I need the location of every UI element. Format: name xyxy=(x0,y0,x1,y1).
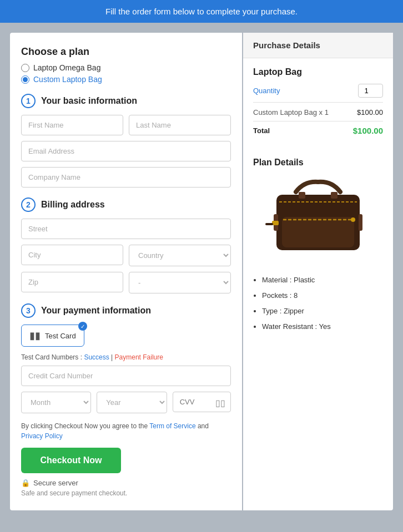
privacy-link[interactable]: Privacy Policy xyxy=(21,432,63,440)
terms-text: By clicking Checkout Now you agree to th… xyxy=(21,421,231,441)
company-input[interactable] xyxy=(21,167,231,188)
svg-rect-6 xyxy=(331,192,337,199)
country-select[interactable]: Country United States United Kingdom Can… xyxy=(129,245,231,266)
month-field[interactable]: Month 010203 040506 070809 101112 xyxy=(21,392,91,413)
cvv-card-icon: ▯▯ xyxy=(215,397,225,408)
country-field[interactable]: Country United States United Kingdom Can… xyxy=(129,245,231,266)
test-card-info: Test Card Numbers : Success | Payment Fa… xyxy=(21,353,231,361)
top-banner: Fill the order form below to complete yo… xyxy=(0,0,403,23)
cvv-field[interactable]: ▯▯ xyxy=(173,392,231,413)
svg-rect-1 xyxy=(282,217,354,247)
bag-image-wrapper xyxy=(253,175,383,264)
svg-rect-5 xyxy=(299,192,305,199)
test-card-option[interactable]: ▮▮ Test Card ✓ xyxy=(21,325,84,347)
divider-1 xyxy=(253,102,383,103)
choose-plan-title: Choose a plan xyxy=(21,46,231,58)
section1-title: Your basic information xyxy=(41,96,137,106)
card-check-badge: ✓ xyxy=(78,322,87,331)
svg-point-3 xyxy=(351,217,355,222)
svg-rect-10 xyxy=(265,223,273,225)
secure-server-label: Secure server xyxy=(33,479,78,487)
plan-features: Material : Plastic Pockets : 8 Type : Zi… xyxy=(253,273,383,334)
banner-text: Fill the order form below to complete yo… xyxy=(105,7,298,16)
test-card-prefix: Test Card Numbers : xyxy=(21,353,84,361)
first-name-input[interactable] xyxy=(21,115,123,135)
state-field[interactable]: - AL CA NY TX xyxy=(129,272,231,293)
company-field[interactable] xyxy=(21,167,231,188)
product-name: Laptop Bag xyxy=(253,67,383,77)
purchase-details-body: Laptop Bag Quantity Custom Laptop Bag x … xyxy=(243,58,393,149)
credit-card-icon: ▮▮ xyxy=(29,330,41,342)
zip-field[interactable] xyxy=(21,272,123,293)
state-select[interactable]: - AL CA NY TX xyxy=(129,272,231,293)
purchase-details-header: Purchase Details xyxy=(243,33,393,58)
city-input[interactable] xyxy=(21,245,123,265)
plan-option-2[interactable]: Custom Laptop Bag xyxy=(21,75,231,84)
section2-header: 2 Billing address xyxy=(21,197,231,212)
checkout-button[interactable]: Checkout Now xyxy=(21,448,121,473)
left-panel: Choose a plan Laptop Omega Bag Custom La… xyxy=(10,33,242,510)
right-panel: Purchase Details Laptop Bag Quantity Cus… xyxy=(243,33,393,510)
lock-icon: 🔒 xyxy=(21,479,30,487)
email-field[interactable] xyxy=(21,141,231,161)
success-link[interactable]: Success xyxy=(84,353,109,361)
total-price: $100.00 xyxy=(353,126,383,135)
secure-info: 🔒 Secure server Safe and secure payment … xyxy=(21,479,231,497)
terms-middle: and xyxy=(198,422,209,430)
failure-link[interactable]: Payment Failure xyxy=(115,353,163,361)
plan-details-section: Plan Details xyxy=(243,149,393,334)
card-option-label: Test Card xyxy=(45,332,76,340)
cc-number-input[interactable] xyxy=(21,366,231,386)
street-input[interactable] xyxy=(21,219,231,239)
safe-text: Safe and secure payment checkout. xyxy=(21,489,231,497)
terms-prefix: By clicking Checkout Now you agree to th… xyxy=(21,422,149,430)
total-label: Total xyxy=(253,126,270,135)
city-field[interactable] xyxy=(21,245,123,266)
year-select[interactable]: Year 202420252026 202720282029 xyxy=(97,392,167,413)
plan-label-1: Laptop Omega Bag xyxy=(33,63,100,72)
last-name-field[interactable] xyxy=(129,115,231,135)
bag-image xyxy=(265,175,371,264)
checkout-label: Checkout Now xyxy=(40,455,102,465)
quantity-row: Quantity xyxy=(253,84,383,98)
plan-label-2: Custom Laptop Bag xyxy=(33,75,102,84)
plan-radio-1[interactable] xyxy=(21,64,29,72)
section1-number: 1 xyxy=(21,94,36,108)
svg-rect-8 xyxy=(359,214,362,231)
feature-2: Pockets : 8 xyxy=(262,288,383,303)
quantity-label: Quantity xyxy=(253,87,280,95)
feature-4: Water Resistant : Yes xyxy=(262,320,383,334)
quantity-input[interactable] xyxy=(358,84,383,98)
plan-option-1[interactable]: Laptop Omega Bag xyxy=(21,63,231,72)
section3-header: 3 Your payment information xyxy=(21,303,231,318)
total-row: Total $100.00 xyxy=(253,121,383,135)
email-input[interactable] xyxy=(21,141,231,161)
cc-number-field[interactable] xyxy=(21,366,231,386)
street-field[interactable] xyxy=(21,219,231,239)
year-field[interactable]: Year 202420252026 202720282029 xyxy=(97,392,167,413)
last-name-input[interactable] xyxy=(129,115,231,135)
section2-title: Billing address xyxy=(41,200,105,210)
payment-expiry-row: Month 010203 040506 070809 101112 Year 2… xyxy=(21,392,231,413)
month-select[interactable]: Month 010203 040506 070809 101112 xyxy=(21,392,91,413)
section3-number: 3 xyxy=(21,303,36,318)
section1-header: 1 Your basic information xyxy=(21,94,231,108)
plan-radio-2[interactable] xyxy=(21,75,29,84)
feature-1: Material : Plastic xyxy=(262,273,383,287)
first-name-field[interactable] xyxy=(21,115,123,135)
feature-3: Type : Zipper xyxy=(262,304,383,318)
card-options: ▮▮ Test Card ✓ xyxy=(21,325,231,347)
section2-number: 2 xyxy=(21,197,36,212)
line-item-row: Custom Laptop Bag x 1 $100.00 xyxy=(253,108,383,116)
zip-input[interactable] xyxy=(21,272,123,292)
line-item-price: $100.00 xyxy=(357,108,383,116)
plan-details-title: Plan Details xyxy=(253,158,383,168)
line-item-label: Custom Laptop Bag x 1 xyxy=(253,108,329,116)
tos-link[interactable]: Term of Service xyxy=(149,422,195,430)
section3-title: Your payment information xyxy=(41,306,151,316)
